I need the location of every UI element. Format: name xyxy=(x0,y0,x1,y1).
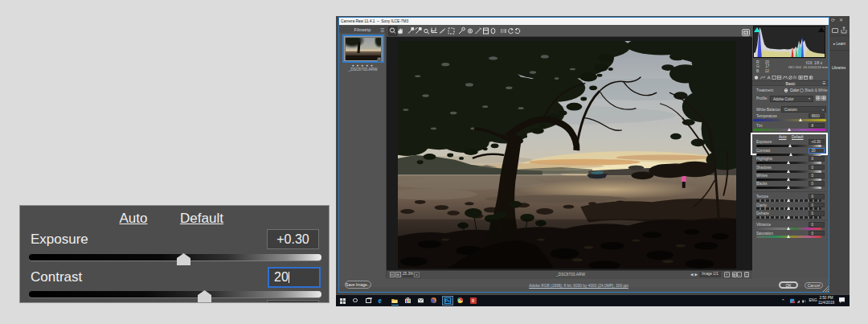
svg-text:fx: fx xyxy=(793,75,796,80)
